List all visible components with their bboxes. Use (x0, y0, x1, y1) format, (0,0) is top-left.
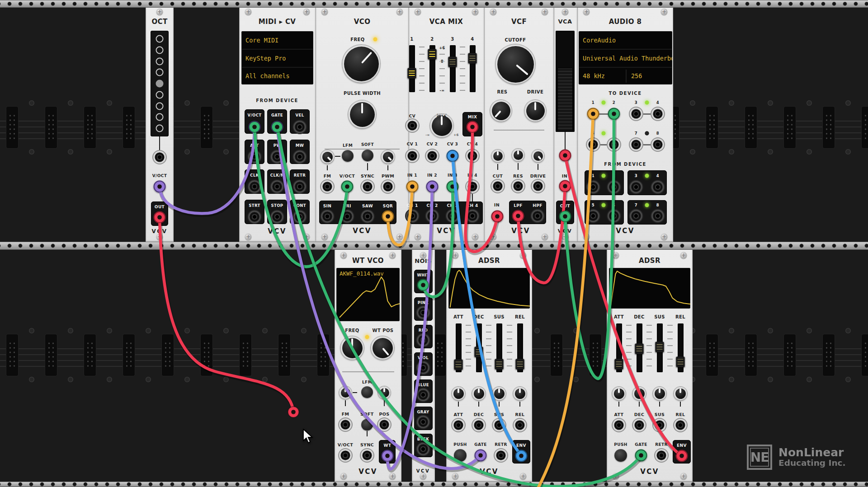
vco-pulse-width-knob[interactable] (348, 100, 376, 128)
audio8-from-6-port[interactable] (609, 211, 619, 221)
wtvco-wt-pos-knob[interactable] (371, 336, 394, 360)
audio8-to-8-port[interactable] (653, 140, 663, 150)
vcamix-level-3-handle[interactable] (448, 57, 457, 67)
vca-cv-port[interactable] (559, 150, 571, 162)
adsr2-dec-slider-handle[interactable] (635, 344, 644, 354)
vco-pwm-port[interactable] (383, 182, 393, 192)
vco-saw-out-port[interactable] (363, 212, 373, 221)
adsr1-dec-knob[interactable] (472, 387, 486, 400)
vcf-res-cv-port[interactable] (514, 182, 523, 191)
audio8-from-2-port[interactable] (609, 183, 619, 192)
midi-strt-port[interactable] (250, 212, 259, 222)
audio8-audio-settings-display[interactable]: CoreAudioUniversal Audio Thunderbolt48 k… (579, 31, 672, 84)
vcamix-mix-level-knob[interactable] (430, 114, 453, 137)
audio8-from-4-port[interactable] (653, 183, 663, 192)
adsr1-rel-cv-port[interactable] (515, 421, 525, 430)
oct-octave-6[interactable] (156, 102, 164, 110)
adsr2-dec-cv-port[interactable] (635, 421, 644, 430)
adsr1-gate-port[interactable] (475, 450, 487, 462)
adsr2-gate-port[interactable] (635, 450, 647, 462)
vcf-hpf-out-port[interactable] (533, 211, 542, 221)
oct-cv-in-port[interactable] (155, 153, 165, 162)
vco-soft-button[interactable] (362, 150, 373, 161)
adsr2-att-slider-handle[interactable] (615, 359, 623, 370)
vcamix-ch4-out-port[interactable] (468, 211, 477, 221)
vcf-drive-att-knob[interactable] (532, 150, 544, 162)
midi-voct-port[interactable] (249, 121, 261, 133)
midi-vel-port[interactable] (295, 122, 305, 132)
adsr1-sus-slider-handle[interactable] (495, 359, 504, 370)
wtvco-freq-knob[interactable] (340, 336, 364, 360)
wtvco-lfm-button[interactable] (361, 386, 373, 398)
audio8-to-5-port[interactable] (589, 140, 598, 150)
adsr2-sus-cv-port[interactable] (655, 421, 665, 430)
midi-gate-port[interactable] (271, 121, 283, 133)
vca-out-port[interactable] (559, 211, 571, 223)
nois-red-out-port[interactable] (419, 336, 428, 345)
vca-in-port[interactable] (559, 180, 571, 192)
adsr1-rel-knob[interactable] (513, 387, 527, 400)
wtvco-wt-out-port[interactable] (382, 450, 394, 462)
vcf-cutoff-knob[interactable] (495, 44, 535, 84)
adsr2-rel-cv-port[interactable] (676, 421, 685, 430)
vco-lfm-button[interactable] (342, 150, 354, 162)
adsr2-sus-knob[interactable] (653, 387, 666, 400)
oct-octave-3[interactable] (156, 69, 164, 76)
nois-gray-out-port[interactable] (419, 417, 428, 427)
vcf-res-att-knob[interactable] (512, 149, 524, 161)
oct-voct-in-port[interactable] (154, 181, 166, 193)
vcamix-in1-port[interactable] (406, 181, 419, 193)
adsr2-att-cv-port[interactable] (614, 421, 624, 430)
oct-out-port[interactable] (154, 211, 166, 224)
nois-white-out-port[interactable] (417, 279, 429, 291)
audio8-from-3-port[interactable] (632, 183, 641, 192)
vcf-drive-knob[interactable] (524, 100, 546, 122)
wtvco-soft-button[interactable] (361, 419, 373, 431)
vco-sin-out-port[interactable] (323, 212, 332, 221)
vcamix-mix-out-port[interactable] (467, 121, 479, 133)
audio8-to-1-port[interactable] (587, 108, 599, 120)
vcamix-in4-port[interactable] (468, 182, 477, 192)
adsr1-sus-cv-port[interactable] (495, 421, 504, 430)
vcamix-in3-port[interactable] (447, 181, 459, 193)
audio8-to-2-port[interactable] (608, 108, 620, 120)
vcamix-ch2-out-port[interactable] (428, 211, 437, 221)
vco-pwm-att-knob[interactable] (381, 150, 395, 164)
adsr1-envelope-display[interactable] (448, 268, 530, 309)
vcamix-ch3-out-port[interactable] (448, 211, 458, 221)
vcf-cut-att-knob[interactable] (491, 150, 504, 162)
wtvco-wavetable-display[interactable]: AKWF_0114.wav (336, 268, 400, 321)
vco-voct-port[interactable] (341, 181, 354, 193)
adsr2-dec-knob[interactable] (632, 387, 646, 400)
oct-octave-8[interactable] (156, 125, 164, 132)
oct-octave-0[interactable] (156, 35, 164, 43)
midi-clk-port[interactable] (250, 182, 259, 192)
vco-fm-att-knob[interactable] (321, 150, 334, 164)
oct-octave-5[interactable] (156, 91, 164, 98)
vco-freq-knob[interactable] (342, 45, 380, 83)
oct-octave-7[interactable] (156, 113, 164, 121)
adsr2-rel-slider-handle[interactable] (676, 357, 685, 367)
nois-blue-out-port[interactable] (419, 390, 428, 400)
adsr1-rel-slider-handle[interactable] (516, 359, 524, 370)
vcf-lpf-out-port[interactable] (512, 210, 524, 222)
vcamix-ch1-out-port[interactable] (408, 211, 417, 221)
midi-pw-port[interactable] (273, 152, 282, 162)
vcamix-in2-port[interactable] (426, 181, 439, 193)
wtvco-pos-cv-port[interactable] (380, 420, 389, 430)
audio8-from-1-port[interactable] (589, 183, 598, 192)
adsr1-att-cv-port[interactable] (454, 421, 463, 430)
adsr2-envelope-display[interactable] (609, 268, 690, 309)
vcamix-cv3-port[interactable] (447, 150, 459, 162)
vcamix-cv2-port[interactable] (428, 151, 437, 161)
vco-tri-out-port[interactable] (343, 212, 352, 221)
adsr2-att-knob[interactable] (612, 387, 626, 400)
vcamix-cv-port[interactable] (408, 121, 417, 131)
midi-aft-port[interactable] (250, 152, 259, 162)
midi-mw-port[interactable] (295, 152, 305, 162)
vca-level-handle[interactable] (557, 68, 573, 131)
audio8-from-8-port[interactable] (653, 211, 663, 221)
midi-cont-port[interactable] (295, 212, 305, 222)
adsr1-retrig-port[interactable] (496, 451, 506, 460)
vcamix-level-1-handle[interactable] (408, 68, 416, 79)
